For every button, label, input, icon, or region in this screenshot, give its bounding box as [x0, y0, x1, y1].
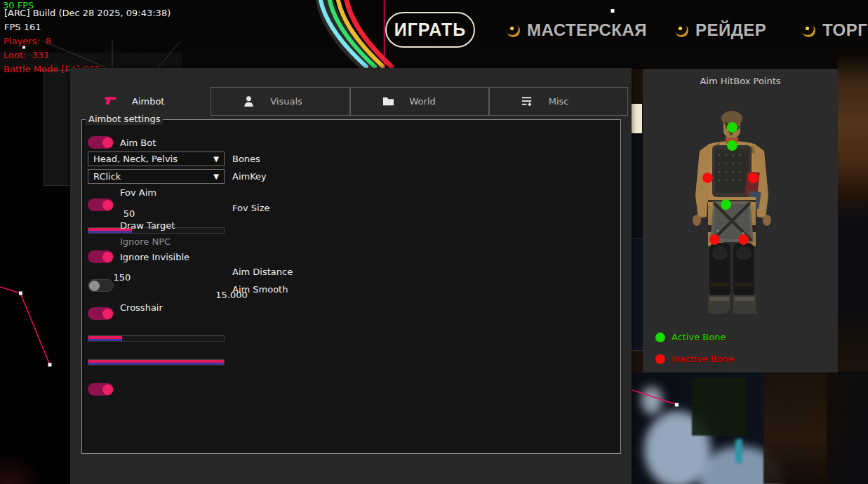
active-bone-dot-icon [655, 332, 665, 342]
osd-build-info: [ARC] Build (Dec 28 2025, 09:43:38) [4, 8, 171, 18]
osd-fps: FPS 161 [4, 22, 41, 32]
crosshair-toggle[interactable] [88, 383, 114, 396]
chevron-down-icon: ▼ [213, 173, 219, 180]
fov-size-value: 50 [119, 208, 140, 219]
aimkey-dropdown[interactable]: RClick ▼ [88, 169, 225, 184]
nav-label: МАСТЕРСКАЯ [527, 20, 647, 40]
slider-fill [88, 336, 122, 341]
scene-light-rect [632, 104, 642, 133]
bone-dot-left_shoulder[interactable] [702, 173, 713, 183]
bones-label: Bones [232, 154, 260, 164]
folder-icon [382, 95, 394, 107]
gun-icon [105, 95, 116, 107]
aim-smooth-label: Aim Smooth [232, 284, 288, 295]
fov-size-label: Fov Size [232, 203, 269, 213]
ignore-invisible-toggle[interactable] [88, 307, 114, 320]
aimkey-label: AimKey [232, 171, 267, 182]
ignore-npc-label: Ignore NPC [120, 236, 171, 247]
bone-dot-left_knee[interactable] [709, 234, 720, 245]
scene-gap-brown [632, 351, 643, 372]
player-model [681, 107, 801, 318]
chevron-down-icon: ▼ [213, 155, 219, 163]
toggle-knob [89, 281, 100, 291]
aim-bot-toggle[interactable] [88, 136, 114, 149]
nav-label: РЕЙДЕР [695, 20, 766, 40]
aim-distance-value: 150 [110, 272, 134, 283]
ignore-invisible-label: Ignore Invisible [120, 252, 189, 262]
coin-icon [675, 24, 688, 37]
bones-dropdown[interactable]: Head, Neck, Pelvis ▼ [88, 152, 225, 166]
tab-label: Misc [549, 96, 569, 107]
hitbox-panel: Aim HitBox Points [643, 69, 838, 372]
scene-rock-wall [838, 53, 868, 372]
tab-aimbot[interactable]: Aimbot [73, 87, 211, 116]
legend-active-bone: Active Bone [655, 332, 726, 342]
cheat-menu-panel: Aimbot Visuals World [70, 68, 632, 484]
play-button[interactable]: ИГРАТЬ [385, 12, 475, 48]
draw-target-toggle[interactable] [88, 250, 114, 263]
tab-label: Visuals [270, 96, 302, 107]
draw-target-label: Draw Target [120, 220, 175, 231]
toggle-knob [102, 384, 113, 395]
toggle-knob [102, 309, 113, 319]
legend-label: Inactive Bone [672, 354, 734, 364]
toggle-knob [102, 200, 113, 210]
group-title: Aimbot settings [86, 114, 163, 125]
scene-corner-tint [0, 452, 42, 484]
person-icon [243, 95, 255, 107]
scene-light-blob [641, 386, 662, 415]
toggle-knob [102, 252, 113, 262]
scene-column [763, 372, 827, 484]
legend-label: Active Bone [672, 332, 726, 342]
crosshair-label: Crosshair [120, 302, 163, 313]
scene-teal-detail [735, 439, 742, 463]
tab-label: World [410, 96, 436, 107]
nav-label: ТОРГО [822, 20, 868, 40]
nav-item-workshop[interactable]: МАСТЕРСКАЯ [507, 20, 647, 41]
hitbox-panel-title: Aim HitBox Points [643, 76, 838, 86]
legend-inactive-bone: Inactive Bone [655, 354, 734, 364]
slider-fill [88, 360, 224, 365]
scene-bottom-right [632, 372, 868, 484]
bone-dot-right_knee[interactable] [738, 234, 749, 245]
coin-icon [507, 24, 520, 37]
bone-dot-head[interactable] [727, 122, 737, 133]
tab-bar: Aimbot Visuals World [73, 87, 628, 116]
aim-bot-label: Aim Bot [120, 137, 156, 148]
fov-aim-label: Fov Aim [120, 187, 156, 198]
aimbot-settings-group: Aimbot settings Aim Bot Head, Neck, Pelv… [81, 119, 621, 454]
nav-item-trade[interactable]: ТОРГО [802, 20, 868, 41]
tab-misc[interactable]: Misc [489, 87, 628, 116]
bones-dropdown-value: Head, Neck, Pelvis [93, 154, 213, 164]
aim-distance-slider[interactable] [88, 335, 225, 342]
scene-green-sign [692, 378, 747, 436]
bone-dot-pelvis[interactable] [721, 199, 731, 210]
tab-label: Aimbot [132, 96, 164, 107]
inactive-bone-dot-icon [655, 354, 665, 364]
nav-item-raider[interactable]: РЕЙДЕР [675, 20, 766, 41]
sliders-icon [521, 95, 533, 107]
fov-aim-toggle[interactable] [88, 199, 114, 211]
scene-gap-dark [632, 69, 643, 104]
bone-dot-neck[interactable] [727, 140, 737, 151]
tab-visuals[interactable]: Visuals [211, 87, 349, 116]
aimkey-dropdown-value: RClick [93, 171, 213, 182]
coin-icon [802, 24, 815, 37]
game-scene: 30 FPS [ARC] Build (Dec 28 2025, 09:43:3… [0, 0, 868, 484]
aim-smooth-slider[interactable] [88, 359, 225, 365]
osd-loot-count: Loot: 331 [4, 50, 49, 60]
aim-distance-label: Aim Distance [232, 267, 293, 277]
toggle-knob [102, 137, 113, 148]
osd-players-count: Players: 8 [4, 36, 51, 46]
bone-dot-right_shoulder[interactable] [748, 173, 759, 183]
scene-gap-navy [632, 238, 643, 351]
tab-world[interactable]: World [350, 87, 489, 116]
